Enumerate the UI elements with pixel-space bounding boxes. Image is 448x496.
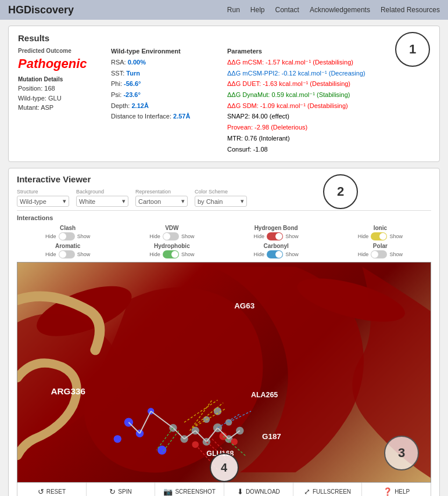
viewer-title: Interactive Viewer	[17, 174, 431, 184]
depth-val: 2.12Å	[131, 102, 148, 109]
interactions-label: Interactions	[17, 214, 431, 221]
phi-label: Phi:	[111, 80, 122, 87]
vdw-toggle[interactable]	[163, 232, 179, 240]
dist-label: Distance to Interface:	[111, 113, 171, 120]
structure-val: Wild-type	[20, 198, 46, 205]
param-line-3: ΔΔG DynaMut: 0.59 kcal.mol⁻¹ (Stabilisin…	[227, 89, 430, 100]
polar-toggle[interactable]	[371, 250, 387, 258]
viewer-controls: Structure Wild-type ▾ Background White ▾…	[17, 189, 431, 207]
spin-label: SPIN	[118, 488, 131, 495]
dist-row: Distance to Interface: 2.57Å	[111, 111, 216, 122]
color-scheme-control: Color Scheme by Chain ▾	[195, 189, 247, 207]
divider	[17, 210, 431, 211]
structure-select[interactable]: Wild-type ▾	[17, 196, 69, 207]
sst-label: SST:	[111, 70, 124, 77]
fullscreen-button[interactable]: ⤢ FULLSCREEN	[293, 483, 363, 496]
ionic-toggle[interactable]	[371, 232, 387, 240]
hbond-toggle[interactable]	[267, 232, 283, 240]
mutation-details-title: Mutation Details	[18, 76, 99, 82]
param-line-4: ΔΔG SDM: -1.09 kcal.mol⁻¹ (Destabilising…	[227, 100, 430, 112]
help-icon: ❓	[383, 487, 392, 496]
interaction-polar: Polar Hide Show	[329, 243, 431, 258]
download-button[interactable]: ⬇ DOWNLOAD	[224, 483, 293, 496]
mol-viewer[interactable]: ARG336 AG63 G187 ALA265 GLU168	[17, 262, 431, 483]
depth-label: Depth:	[111, 102, 130, 109]
color-scheme-chevron: ▾	[241, 197, 244, 205]
background-control: Background White ▾	[76, 189, 128, 207]
structure-control: Structure Wild-type ▾	[17, 189, 69, 207]
color-scheme-val: by Chain	[198, 198, 223, 205]
svg-point-9	[114, 435, 121, 443]
interaction-vdw: VDW Hide Show	[121, 225, 223, 240]
phi-row: Phi: -56.6°	[111, 78, 216, 89]
nav-help[interactable]: Help	[250, 6, 265, 14]
svg-text:G187: G187	[262, 432, 281, 441]
results-section: Results 1 Predicted Outcome Pathogenic M…	[8, 26, 440, 162]
color-scheme-label: Color Scheme	[195, 189, 247, 195]
predicted-outcome-label: Predicted Outcome	[18, 48, 99, 54]
param-line-2: ΔΔG DUET: -1.63 kcal.mol⁻¹ (Destabilisin…	[227, 78, 430, 89]
results-inner: Predicted Outcome Pathogenic Mutation De…	[18, 48, 430, 154]
app-logo: HGDiscovery	[8, 4, 227, 16]
param-line-8: Consurf: -1.08	[227, 144, 430, 155]
badge-2: 2	[323, 174, 358, 209]
pathogenic-text: Pathogenic	[18, 56, 99, 71]
nav-acknowledgements[interactable]: Acknowledgements	[310, 6, 370, 14]
wildtype-val: GLU	[48, 95, 62, 102]
fullscreen-icon: ⤢	[304, 487, 310, 496]
wildtype-label: Wild-type:	[18, 95, 46, 102]
nav-contact[interactable]: Contact	[275, 6, 299, 14]
reset-button[interactable]: ↺ RESET	[17, 483, 87, 496]
background-chevron: ▾	[122, 197, 126, 205]
badge-4: 4	[210, 453, 239, 482]
wild-type-env-title: Wild-type Environment	[111, 48, 216, 55]
background-select[interactable]: White ▾	[76, 196, 128, 207]
structure-label: Structure	[17, 189, 69, 195]
hydrophobic-toggle[interactable]	[163, 250, 179, 258]
reset-label: RESET	[46, 488, 66, 495]
results-left: Predicted Outcome Pathogenic Mutation De…	[18, 48, 99, 154]
svg-text:ALA265: ALA265	[251, 391, 278, 399]
representation-val: Cartoon	[138, 198, 161, 205]
nav-related-resources[interactable]: Related Resources	[381, 6, 440, 14]
background-val: White	[79, 198, 95, 205]
reset-icon: ↺	[38, 487, 44, 496]
clash-toggle[interactable]	[59, 232, 75, 240]
representation-control: Representation Cartoon ▾	[135, 189, 188, 207]
phi-val: -56.6°	[124, 80, 141, 87]
app-header: HGDiscovery Run Help Contact Acknowledge…	[0, 0, 448, 20]
svg-text:ARG336: ARG336	[51, 386, 85, 396]
representation-select[interactable]: Cartoon ▾	[135, 196, 188, 207]
psi-label: Psi:	[111, 91, 121, 98]
mutation-details: Mutation Details Position: 168 Wild-type…	[18, 76, 99, 113]
results-middle: Wild-type Environment RSA: 0.00% SST: Tu…	[111, 48, 216, 154]
spin-button[interactable]: ↻ SPIN	[87, 483, 156, 496]
mutation-mutant: Mutant: ASP	[18, 103, 99, 113]
color-scheme-select[interactable]: by Chain ▾	[195, 196, 247, 207]
psi-val: -23.6°	[123, 91, 140, 98]
screenshot-button[interactable]: 📷 SCREENSHOT	[155, 483, 224, 496]
interactions-grid: Clash Hide Show VDW Hide Show Hydrogen B…	[17, 225, 431, 258]
nav-run[interactable]: Run	[227, 6, 240, 14]
aromatic-toggle[interactable]	[59, 250, 75, 258]
viewer-section: Interactive Viewer 2 Structure Wild-type…	[8, 168, 440, 496]
mutation-wildtype: Wild-type: GLU	[18, 94, 99, 103]
mol-svg: ARG336 AG63 G187 ALA265 GLU168	[17, 263, 431, 482]
param-line-7: MTR: 0.76 (Intolerant)	[227, 133, 430, 144]
carbonyl-toggle[interactable]	[267, 250, 283, 258]
badge-3: 3	[384, 436, 419, 470]
rsa-row: RSA: 0.00%	[111, 57, 216, 68]
badge-1: 1	[395, 32, 430, 67]
psi-row: Psi: -23.6°	[111, 89, 216, 100]
spin-icon: ↻	[109, 487, 116, 496]
interaction-carbonyl: Carbonyl Hide Show	[225, 243, 327, 258]
rsa-val: 0.00%	[128, 59, 146, 66]
results-right: Parameters ΔΔG mCSM: -1.57 kcal.mol⁻¹ (D…	[227, 48, 430, 154]
depth-row: Depth: 2.12Å	[111, 100, 216, 112]
download-icon: ⬇	[237, 487, 243, 496]
interaction-clash: Clash Hide Show	[17, 225, 119, 240]
help-button[interactable]: ❓ HELP	[362, 483, 431, 496]
interaction-hbond: Hydrogen Bond Hide Show	[225, 225, 327, 240]
representation-label: Representation	[135, 189, 188, 195]
results-title: Results	[18, 33, 430, 43]
